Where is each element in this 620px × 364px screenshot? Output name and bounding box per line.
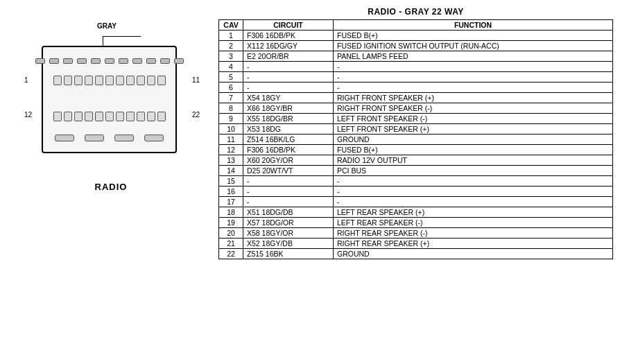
lock-tab-2 bbox=[49, 58, 59, 64]
lock-tab-7 bbox=[119, 58, 128, 64]
cell-function: FUSED IGNITION SWITCH OUTPUT (RUN-ACC) bbox=[334, 41, 613, 51]
cell-circuit: X58 18GY/OR bbox=[243, 228, 334, 239]
table-row: 19X57 18DG/ORLEFT REAR SPEAKER (-) bbox=[219, 218, 613, 228]
cell-cav: 7 bbox=[219, 93, 243, 103]
cell-circuit: F306 16DB/PK bbox=[243, 145, 334, 155]
pin bbox=[157, 76, 166, 85]
cell-cav: 4 bbox=[219, 62, 243, 72]
col-header-function: FUNCTION bbox=[334, 20, 613, 31]
cell-function: LEFT FRONT SPEAKER (-) bbox=[334, 114, 613, 124]
cell-function: GROUND bbox=[334, 249, 613, 259]
cell-function: - bbox=[334, 187, 613, 197]
pin bbox=[157, 112, 166, 121]
cell-circuit: - bbox=[243, 83, 334, 93]
cell-function: - bbox=[334, 176, 613, 187]
bottom-tab-1 bbox=[55, 135, 74, 141]
cell-cav: 10 bbox=[219, 124, 243, 135]
cell-circuit: - bbox=[243, 187, 334, 197]
pin bbox=[64, 76, 72, 85]
lock-tab-10 bbox=[160, 58, 170, 64]
table-row: 13X60 20GY/ORRADIO 12V OUTPUT bbox=[219, 155, 613, 166]
cell-cav: 6 bbox=[219, 83, 243, 93]
cell-circuit: F306 16DB/PK bbox=[243, 31, 334, 41]
cell-circuit: D25 20WT/VT bbox=[243, 166, 334, 176]
cell-function: - bbox=[334, 62, 613, 72]
cell-function: PCI BUS bbox=[334, 166, 613, 176]
table-row: 2X112 16DG/GYFUSED IGNITION SWITCH OUTPU… bbox=[219, 41, 613, 51]
cell-circuit: X55 18DG/BR bbox=[243, 114, 334, 124]
cell-circuit: X57 18DG/OR bbox=[243, 218, 334, 228]
lock-tab-3 bbox=[63, 58, 73, 64]
table-row: 9X55 18DG/BRLEFT FRONT SPEAKER (-) bbox=[219, 114, 613, 124]
cell-circuit: - bbox=[243, 72, 334, 83]
radio-label: RADIO bbox=[95, 182, 128, 192]
pin bbox=[147, 76, 155, 85]
connector-table: CAV CIRCUIT FUNCTION 1F306 16DB/PKFUSED … bbox=[218, 19, 613, 259]
connector-box bbox=[42, 46, 177, 153]
pin bbox=[126, 112, 135, 121]
pin bbox=[137, 112, 145, 121]
cell-function: LEFT REAR SPEAKER (+) bbox=[334, 207, 613, 218]
pin bbox=[85, 76, 93, 85]
cell-circuit: Z515 16BK bbox=[243, 249, 334, 259]
bottom-tab-4 bbox=[144, 135, 164, 141]
pin bbox=[105, 76, 114, 85]
table-row: 5-- bbox=[219, 72, 613, 83]
table-row: 6-- bbox=[219, 83, 613, 93]
cell-function: RIGHT REAR SPEAKER (+) bbox=[334, 239, 613, 249]
lock-tab-6 bbox=[105, 58, 114, 64]
cell-function: RADIO 12V OUTPUT bbox=[334, 155, 613, 166]
table-row: 20X58 18GY/ORRIGHT REAR SPEAKER (-) bbox=[219, 228, 613, 239]
cell-circuit: X60 20GY/OR bbox=[243, 155, 334, 166]
cell-cav: 8 bbox=[219, 103, 243, 114]
pin bbox=[137, 76, 145, 85]
cell-circuit: X52 18GY/DB bbox=[243, 239, 334, 249]
gray-label: GRAY bbox=[97, 22, 117, 30]
cell-cav: 12 bbox=[219, 145, 243, 155]
cell-function: PANEL LAMPS FEED bbox=[334, 51, 613, 62]
cell-circuit: - bbox=[243, 176, 334, 187]
cell-cav: 14 bbox=[219, 166, 243, 176]
cell-cav: 19 bbox=[219, 218, 243, 228]
table-row: 14D25 20WT/VTPCI BUS bbox=[219, 166, 613, 176]
cell-circuit: X53 18DG bbox=[243, 124, 334, 135]
cell-function: LEFT FRONT SPEAKER (+) bbox=[334, 124, 613, 135]
table-row: 11Z514 16BK/LGGROUND bbox=[219, 135, 613, 145]
cell-function: FUSED B(+) bbox=[334, 31, 613, 41]
cell-cav: 1 bbox=[219, 31, 243, 41]
lock-tab-9 bbox=[146, 58, 156, 64]
table-row: 21X52 18GY/DBRIGHT REAR SPEAKER (+) bbox=[219, 239, 613, 249]
cell-circuit: - bbox=[243, 197, 334, 207]
table-row: 15-- bbox=[219, 176, 613, 187]
table-row: 10X53 18DGLEFT FRONT SPEAKER (+) bbox=[219, 124, 613, 135]
cell-circuit: - bbox=[243, 62, 334, 72]
pin bbox=[105, 112, 114, 121]
cell-circuit: X112 16DG/GY bbox=[243, 41, 334, 51]
col-header-cav: CAV bbox=[219, 20, 243, 31]
table-row: 8X66 18GY/BRRIGHT FRONT SPEAKER (-) bbox=[219, 103, 613, 114]
cell-function: RIGHT FRONT SPEAKER (-) bbox=[334, 103, 613, 114]
cell-cav: 5 bbox=[219, 72, 243, 83]
label-22: 22 bbox=[192, 111, 200, 119]
table-row: 12F306 16DB/PKFUSED B(+) bbox=[219, 145, 613, 155]
col-header-circuit: CIRCUIT bbox=[243, 20, 334, 31]
cell-circuit: Z514 16BK/LG bbox=[243, 135, 334, 145]
lock-tab-1 bbox=[35, 58, 45, 64]
table-title: RADIO - GRAY 22 WAY bbox=[218, 7, 613, 17]
cell-function: GROUND bbox=[334, 135, 613, 145]
connector-diagram: GRAY bbox=[21, 21, 201, 173]
label-11: 11 bbox=[192, 76, 200, 84]
table-row: 17-- bbox=[219, 197, 613, 207]
pin bbox=[74, 112, 83, 121]
table-row: 22Z515 16BKGROUND bbox=[219, 249, 613, 259]
cell-cav: 21 bbox=[219, 239, 243, 249]
cell-cav: 2 bbox=[219, 41, 243, 51]
cell-circuit: E2 20OR/BR bbox=[243, 51, 334, 62]
table-row: 3E2 20OR/BRPANEL LAMPS FEED bbox=[219, 51, 613, 62]
cell-cav: 13 bbox=[219, 155, 243, 166]
lock-tab-5 bbox=[91, 58, 101, 64]
pin bbox=[116, 76, 124, 85]
table-row: 4-- bbox=[219, 62, 613, 72]
cell-function: RIGHT FRONT SPEAKER (+) bbox=[334, 93, 613, 103]
pin-row-1 bbox=[53, 76, 166, 85]
